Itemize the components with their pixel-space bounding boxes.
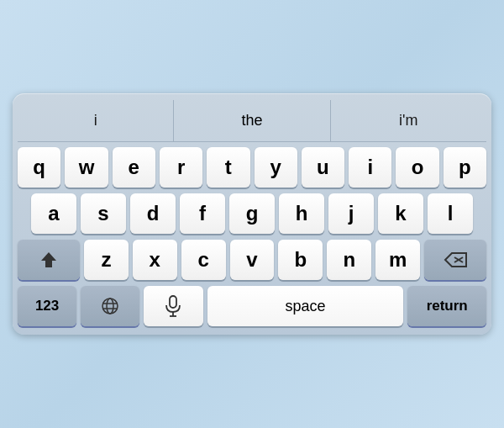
key-j[interactable]: j (328, 193, 374, 234)
key-c[interactable]: c (181, 240, 226, 280)
key-row-1: q w e r t y u i o p (18, 147, 486, 188)
key-i[interactable]: i (349, 147, 391, 188)
key-n[interactable]: n (327, 240, 371, 280)
mic-key[interactable] (144, 286, 202, 326)
num-key[interactable]: 123 (18, 286, 76, 326)
key-d[interactable]: d (130, 193, 176, 234)
globe-icon (100, 296, 120, 316)
key-s[interactable]: s (81, 193, 126, 234)
shift-icon (39, 251, 58, 269)
key-row-bottom: 123 space return (18, 286, 486, 326)
key-v[interactable]: v (230, 240, 275, 280)
key-k[interactable]: k (378, 193, 423, 234)
key-r[interactable]: r (160, 147, 202, 188)
autocomplete-bar: i the i'm (18, 100, 486, 142)
key-row-2: a s d f g h j k l (18, 193, 486, 234)
key-y[interactable]: y (255, 147, 297, 188)
key-p[interactable]: p (444, 147, 486, 188)
autocomplete-suggestion-i[interactable]: i (18, 100, 174, 141)
key-a[interactable]: a (31, 193, 76, 234)
shift-key[interactable] (18, 240, 80, 280)
key-u[interactable]: u (302, 147, 344, 188)
space-key[interactable]: space (207, 286, 404, 326)
key-t[interactable]: t (207, 147, 249, 188)
key-z[interactable]: z (84, 240, 129, 280)
key-row-3: z x c v b n m (18, 240, 486, 280)
svg-point-3 (102, 299, 118, 314)
mic-icon (165, 295, 181, 317)
svg-marker-0 (41, 252, 56, 267)
return-key[interactable]: return (407, 286, 486, 326)
autocomplete-suggestion-im[interactable]: i'm (331, 100, 486, 141)
key-f[interactable]: f (180, 193, 225, 234)
key-g[interactable]: g (229, 193, 275, 234)
key-b[interactable]: b (278, 240, 323, 280)
key-m[interactable]: m (375, 240, 420, 280)
key-w[interactable]: w (65, 147, 108, 188)
delete-key[interactable] (424, 240, 486, 280)
globe-key[interactable] (81, 286, 139, 326)
autocomplete-suggestion-the[interactable]: the (174, 100, 330, 141)
key-x[interactable]: x (133, 240, 177, 280)
key-l[interactable]: l (428, 193, 473, 234)
key-o[interactable]: o (396, 147, 438, 188)
svg-point-4 (107, 299, 113, 314)
svg-rect-7 (170, 296, 176, 308)
key-q[interactable]: q (18, 147, 60, 188)
delete-icon (444, 251, 467, 268)
key-e[interactable]: e (113, 147, 155, 188)
key-h[interactable]: h (279, 193, 324, 234)
keyboard: i the i'm q w e r t y u i o p a s d f g … (13, 93, 491, 335)
